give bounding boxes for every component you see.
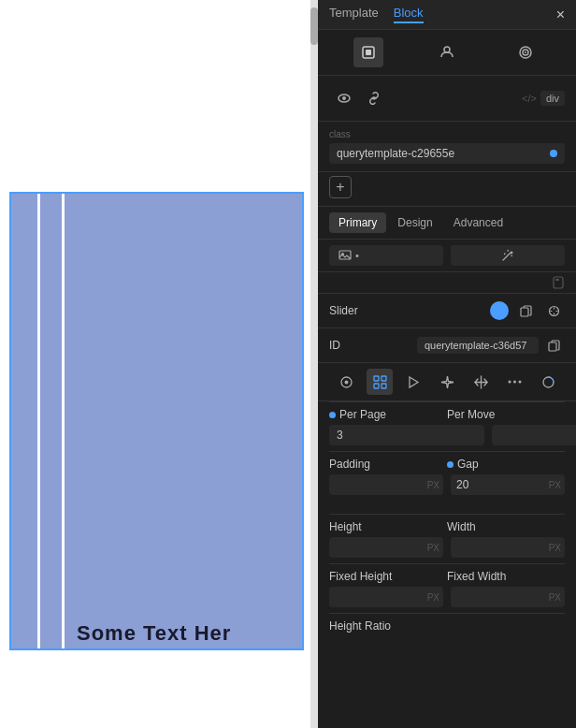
media-row: • [318, 240, 576, 272]
class-dot [550, 150, 557, 157]
cube-icon-btn[interactable] [353, 37, 383, 67]
fixed-width-input[interactable] [451, 587, 549, 607]
arrows-icon-btn[interactable] [468, 369, 494, 395]
padding-label-wrap: Padding [329, 458, 447, 471]
fixed-height-input-wrap: PX [329, 587, 443, 607]
class-value: querytemplate-c29655e [337, 147, 454, 160]
fixed-width-unit: PX [549, 592, 565, 603]
svg-point-7 [342, 96, 346, 100]
svg-point-16 [344, 380, 348, 384]
settings-icon-btn[interactable] [333, 369, 359, 395]
sub-tab-design[interactable]: Design [388, 212, 441, 233]
slider-toggle[interactable] [490, 301, 509, 320]
padding-col: Padding [329, 458, 447, 471]
per-page-per-move-label-row: Per Page Per Move [318, 402, 576, 423]
height-width-input-row: PX PX [318, 535, 576, 563]
gap-label-wrap: Gap [447, 458, 565, 471]
class-input-wrap[interactable]: querytemplate-c29655e [329, 143, 565, 164]
fixed-width-input-wrap: PX [451, 587, 565, 607]
per-move-input[interactable] [492, 425, 576, 445]
per-page-input[interactable] [329, 425, 484, 445]
id-copy-btn[interactable] [542, 334, 565, 357]
gap-input[interactable] [451, 474, 549, 495]
canvas-area: Some Text Her [0, 0, 318, 728]
svg-point-5 [525, 51, 526, 53]
padding-gap-label-row: Padding Gap [318, 452, 576, 473]
canvas-scrollbar[interactable] [310, 0, 318, 728]
slider-controls [490, 299, 565, 322]
gap-label: Gap [457, 458, 479, 471]
sparkle-icon-btn[interactable] [434, 369, 460, 395]
padding-input-wrap: PX [329, 474, 443, 495]
type-icon-row [318, 30, 576, 76]
class-row: class querytemplate-c29655e [318, 122, 576, 172]
width-label: Width [447, 520, 476, 533]
height-input[interactable] [329, 537, 427, 558]
svg-point-24 [518, 381, 521, 384]
grid-icon-btn[interactable] [367, 369, 393, 395]
svg-rect-18 [382, 376, 386, 381]
slider-copy-btn[interactable] [514, 299, 537, 322]
circular-icon-btn[interactable] [535, 369, 561, 395]
height-ratio-col: Height Ratio [329, 619, 565, 633]
id-row: ID querytemplate-c36d57 [318, 328, 576, 363]
sub-tab-advanced[interactable]: Advanced [444, 212, 512, 233]
per-page-label: Per Page [339, 408, 386, 421]
slider-label: Slider [329, 304, 358, 317]
per-page-dot [329, 412, 336, 418]
sub-tab-primary[interactable]: Primary [329, 212, 386, 233]
height-unit: PX [427, 543, 443, 553]
fixed-height-width-label-row: Fixed Height Fixed Width [318, 564, 576, 585]
wand-button[interactable] [451, 245, 565, 266]
add-class-button[interactable]: + [329, 176, 352, 198]
per-page-col: Per Page [329, 408, 447, 421]
link-icon-btn[interactable] [359, 83, 389, 113]
tab-template[interactable]: Template [329, 6, 379, 23]
add-row: + [318, 172, 576, 207]
width-input[interactable] [451, 537, 549, 558]
padding-label: Padding [329, 458, 370, 471]
dots-icon-btn[interactable] [501, 369, 527, 395]
panel-tabs: Template Block [329, 6, 424, 23]
fixed-height-label-wrap: Fixed Height [329, 570, 447, 583]
cursor-spacer [318, 501, 576, 514]
slider-row: Slider [318, 294, 576, 328]
width-unit: PX [549, 543, 565, 553]
code-tag-icon: </> [522, 93, 537, 104]
canvas-text: Some Text Her [77, 621, 231, 646]
svg-rect-20 [382, 384, 386, 388]
svg-rect-12 [521, 308, 528, 316]
toolbar-icons-row [318, 363, 576, 401]
height-input-wrap: PX [329, 537, 443, 558]
svg-rect-11 [555, 279, 559, 281]
tab-block[interactable]: Block [394, 6, 424, 23]
panel-header: Template Block × [318, 0, 576, 30]
gap-col: Gap [447, 458, 565, 471]
media-button[interactable]: • [329, 245, 443, 266]
id-value[interactable]: querytemplate-c36d57 [417, 337, 539, 354]
slider-settings-btn[interactable] [542, 299, 565, 322]
close-button[interactable]: × [556, 7, 565, 23]
height-width-label-row: Height Width [318, 515, 576, 535]
fixed-width-label: Fixed Width [447, 570, 506, 583]
play-icon-btn[interactable] [400, 369, 426, 395]
svg-point-2 [444, 47, 450, 52]
fixed-height-col: Fixed Height [329, 570, 447, 583]
person-icon-btn[interactable] [432, 37, 462, 67]
padding-input[interactable] [329, 474, 427, 495]
height-col: Height [329, 520, 447, 533]
panel-scrollable-content: • Slider [318, 240, 576, 728]
svg-rect-17 [374, 376, 379, 381]
svg-rect-19 [374, 384, 379, 388]
right-panel: Template Block × [318, 0, 576, 728]
padding-unit: PX [427, 480, 443, 490]
scrollbar-thumb[interactable] [310, 7, 318, 45]
eye-icon-btn[interactable] [329, 83, 359, 113]
fixed-height-input[interactable] [329, 587, 427, 607]
class-label: class [329, 129, 565, 139]
canvas-right-line [62, 192, 65, 650]
scroll-icon [552, 276, 565, 289]
target-icon-btn[interactable] [511, 37, 540, 67]
svg-marker-21 [410, 377, 418, 387]
svg-point-22 [508, 381, 511, 384]
